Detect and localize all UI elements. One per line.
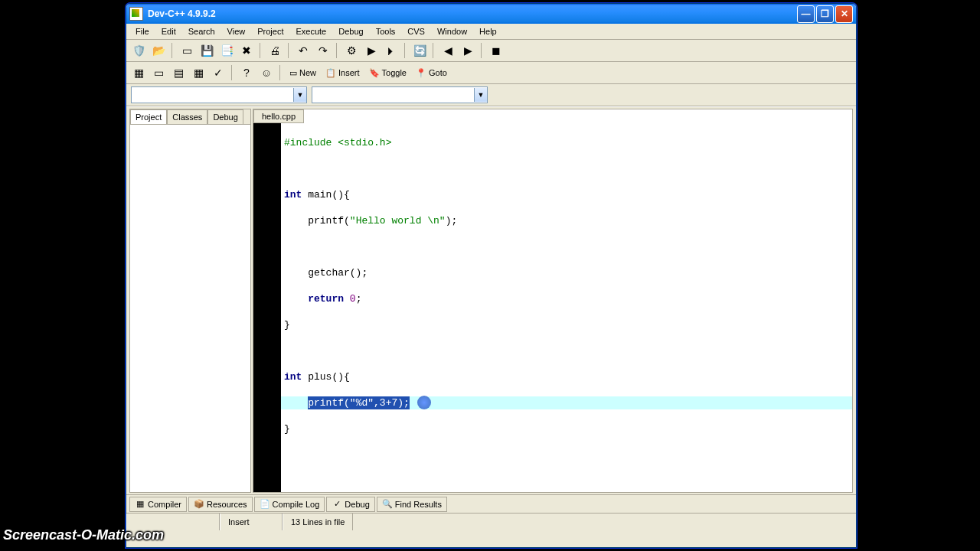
window-title: Dev-C++ 4.9.9.2 [148, 8, 797, 19]
main-area: Project Classes Debug hello.cpp #include… [126, 106, 856, 494]
new-project-icon[interactable]: 🛡️ [129, 41, 148, 60]
insert-icon: 📋 [325, 68, 336, 78]
debug-icon: ✓ [332, 499, 342, 510]
app-window: Dev-C++ 4.9.9.2 — ❐ ✕ File Edit Search V… [126, 3, 857, 548]
cursor-indicator [417, 396, 431, 409]
menu-search[interactable]: Search [182, 25, 221, 37]
combo-function[interactable]: ▼ [312, 86, 488, 103]
about-icon[interactable]: ☺ [257, 64, 276, 82]
tab-label: Debug [345, 500, 369, 509]
maximize-button[interactable]: ❐ [816, 5, 834, 23]
tab-label: Compile Log [273, 500, 320, 509]
menu-file[interactable]: File [129, 25, 155, 37]
redo-icon[interactable]: ↷ [314, 41, 332, 60]
page-icon: ▭ [289, 68, 297, 78]
tab-resources[interactable]: 📦Resources [188, 497, 253, 512]
code-token: ; [356, 293, 362, 305]
tab-label: Compiler [148, 500, 181, 509]
tab-label: Find Results [395, 500, 442, 509]
layout2-icon[interactable]: ▭ [149, 64, 168, 82]
menu-execute[interactable]: Execute [289, 25, 332, 37]
statusbar: Insert 13 Lines in file [126, 513, 856, 530]
bottom-tabs: ▦Compiler 📦Resources 📄Compile Log ✓Debug… [126, 494, 856, 513]
code-token [344, 293, 350, 305]
chevron-down-icon: ▼ [293, 88, 306, 102]
resources-icon: 📦 [194, 499, 204, 510]
tab-debug[interactable]: Debug [207, 109, 243, 124]
undo-icon[interactable]: ↶ [294, 41, 312, 60]
gutter [253, 123, 281, 492]
code-content[interactable]: #include <stdio.h> int main(){ printf("H… [281, 123, 852, 492]
menubar: File Edit Search View Project Execute De… [126, 24, 856, 40]
close-file-icon[interactable]: ✖ [237, 41, 256, 60]
minimize-button[interactable]: — [797, 5, 815, 23]
print-icon[interactable]: 🖨 [266, 41, 284, 60]
goto-label: Goto [429, 68, 447, 77]
goto-button[interactable]: 📍Goto [412, 64, 451, 82]
code-token: } [284, 319, 290, 331]
code-token: ); [446, 215, 458, 227]
layout4-icon[interactable]: ▦ [189, 64, 207, 82]
run-icon[interactable]: ▶ [362, 41, 381, 60]
toggle-icon: 🔖 [369, 68, 380, 78]
debug-stop-icon[interactable]: ◼ [487, 41, 505, 60]
tab-project[interactable]: Project [130, 109, 167, 124]
find-icon: 🔍 [382, 499, 393, 510]
status-mode: Insert [220, 514, 283, 530]
titlebar[interactable]: Dev-C++ 4.9.9.2 — ❐ ✕ [126, 4, 856, 24]
check-icon[interactable]: ✓ [209, 64, 227, 82]
debug-prev-icon[interactable]: ◀ [439, 41, 457, 60]
code-token: return [308, 293, 344, 305]
menu-tools[interactable]: Tools [370, 25, 402, 37]
code-token: plus(){ [302, 371, 349, 383]
compile-run-icon[interactable]: ⏵ [382, 41, 400, 60]
toggle-button[interactable]: 🔖Toggle [365, 64, 410, 82]
code-token: getchar(); [284, 267, 368, 279]
layout1-icon[interactable]: ▦ [129, 64, 148, 82]
status-lines: 13 Lines in file [283, 514, 353, 530]
menu-cvs[interactable]: CVS [401, 25, 431, 37]
editor: hello.cpp #include <stdio.h> int main(){… [253, 109, 853, 493]
menu-window[interactable]: Window [431, 25, 473, 37]
close-button[interactable]: ✕ [835, 5, 853, 23]
insert-label: Insert [338, 68, 360, 77]
new-file-icon[interactable]: ▭ [178, 41, 196, 60]
tab-compiler[interactable]: ▦Compiler [129, 497, 187, 512]
app-icon [129, 7, 143, 21]
code-token: #include [284, 137, 338, 148]
tab-find-results[interactable]: 🔍Find Results [377, 497, 447, 512]
rebuild-icon[interactable]: 🔄 [410, 41, 429, 60]
compile-icon[interactable]: ⚙ [342, 41, 361, 60]
debug-next-icon[interactable]: ▶ [459, 41, 477, 60]
open-icon[interactable]: 📂 [149, 41, 168, 60]
menu-help[interactable]: Help [473, 25, 503, 37]
menu-project[interactable]: Project [251, 25, 289, 37]
toolbar-main: 🛡️ 📂 ▭ 💾 📑 ✖ 🖨 ↶ ↷ ⚙ ▶ ⏵ 🔄 ◀ ▶ ◼ [126, 40, 856, 62]
watermark: Screencast-O-Matic.com [3, 527, 164, 543]
save-all-icon[interactable]: 📑 [217, 41, 236, 60]
new-button[interactable]: ▭New [286, 64, 320, 82]
save-icon[interactable]: 💾 [198, 41, 216, 60]
menu-view[interactable]: View [221, 25, 252, 37]
layout3-icon[interactable]: ▤ [169, 64, 188, 82]
combo-row: ▼ ▼ [126, 84, 856, 106]
menu-edit[interactable]: Edit [155, 25, 182, 37]
menu-debug[interactable]: Debug [332, 25, 369, 37]
tab-classes[interactable]: Classes [167, 109, 207, 124]
toggle-label: Toggle [382, 68, 407, 77]
tab-debug-bottom[interactable]: ✓Debug [326, 497, 374, 512]
code-selection: printf("%d",3+7); [308, 396, 410, 409]
tab-compile-log[interactable]: 📄Compile Log [254, 497, 325, 512]
toolbar-secondary: ▦ ▭ ▤ ▦ ✓ ? ☺ ▭New 📋Insert 🔖Toggle 📍Goto [126, 62, 856, 84]
help-icon[interactable]: ? [237, 64, 256, 82]
side-panel: Project Classes Debug [129, 109, 251, 493]
code-area[interactable]: #include <stdio.h> int main(){ printf("H… [253, 123, 852, 492]
insert-button[interactable]: 📋Insert [322, 64, 364, 82]
combo-class[interactable]: ▼ [131, 86, 307, 103]
editor-tabs: hello.cpp [253, 109, 852, 123]
code-token: "Hello world \n" [350, 215, 446, 227]
chevron-down-icon: ▼ [474, 88, 487, 102]
editor-tab-hello[interactable]: hello.cpp [253, 109, 304, 123]
new-label: New [299, 68, 316, 77]
code-token [284, 293, 308, 305]
